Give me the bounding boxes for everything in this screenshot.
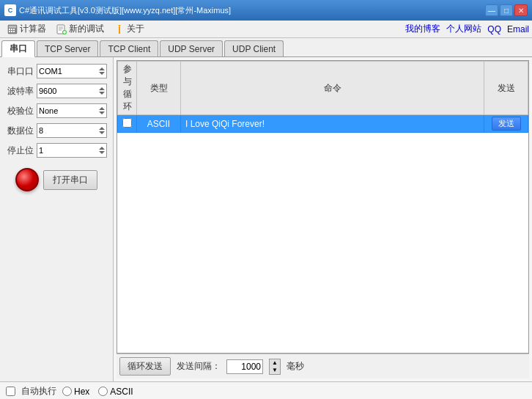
calc-icon	[7, 24, 18, 34]
port-label: 串口口	[6, 65, 34, 78]
svg-rect-2	[9, 29, 10, 30]
data-bits-label: 数据位	[6, 125, 34, 137]
svg-rect-1	[9, 26, 16, 28]
info-icon	[114, 24, 125, 34]
loop-send-button[interactable]: 循环发送	[119, 357, 171, 376]
calc-label: 计算器	[20, 23, 46, 35]
main-content: 串口口 COM1 COM2 COM3 COM4 波特率 9600 19200 3…	[0, 57, 532, 381]
new-debug-label: 新的调试	[69, 23, 104, 35]
data-bits-select[interactable]: 8 7 6	[37, 123, 107, 138]
table-row[interactable]: ASCII I Love QiQi Forever! 发送	[118, 115, 528, 133]
hex-radio[interactable]	[62, 387, 72, 396]
svg-rect-6	[11, 31, 12, 32]
blog-link[interactable]: 我的博客	[405, 23, 440, 35]
loop-checkbox-cell	[118, 115, 137, 133]
minimize-button[interactable]: —	[485, 4, 498, 16]
title-bar: C C#通讯调试工具[v3.0测试版][www.yyzq.net][常州-Max…	[0, 0, 532, 21]
qq-link[interactable]: QQ	[487, 24, 501, 34]
interval-input[interactable]	[226, 359, 263, 374]
baud-label: 波特率	[6, 85, 34, 98]
command-table-container: 参与循环 类型 命令 发送 ASCII I Love QiQi Forever!	[117, 60, 529, 354]
status-indicator[interactable]	[15, 168, 39, 191]
interval-label: 发送间隔：	[177, 360, 221, 373]
menu-new-debug[interactable]: 新的调试	[52, 21, 108, 37]
auto-exec-area: 自动执行 Hex ASCII	[0, 381, 532, 399]
send-cell: 发送	[484, 115, 528, 133]
loop-checkbox[interactable]	[122, 118, 132, 128]
data-bits-row: 数据位 8 7 6	[6, 122, 107, 139]
encoding-radio-group: Hex ASCII	[62, 387, 133, 397]
svg-rect-7	[13, 31, 15, 32]
stop-bits-label: 停止位	[6, 144, 34, 157]
col-send: 发送	[484, 62, 528, 115]
row-send-button[interactable]: 发送	[492, 117, 521, 131]
spinner-down-button[interactable]: ▼	[270, 367, 280, 374]
command-cell: I Love QiQi Forever!	[181, 115, 484, 133]
personal-link[interactable]: 个人网站	[446, 23, 481, 35]
menu-about[interactable]: 关于	[110, 21, 149, 37]
col-loop: 参与循环	[118, 62, 137, 115]
tab-tcp-server[interactable]: TCP Server	[37, 40, 98, 56]
col-type: 类型	[137, 62, 181, 115]
ascii-radio-label[interactable]: ASCII	[98, 387, 133, 397]
close-button[interactable]: ✕	[514, 4, 528, 16]
menu-left: 计算器 新的调试	[3, 21, 149, 37]
parity-row: 校验位 None Odd Even	[6, 103, 107, 119]
interval-spinner: ▲ ▼	[269, 359, 281, 375]
auto-exec-bar: 自动执行 Hex ASCII	[6, 385, 526, 398]
about-label: 关于	[127, 23, 144, 35]
open-port-area: 打开串口	[6, 168, 107, 191]
app-icon: C	[4, 4, 16, 16]
stop-bits-row: 停止位 1 2	[6, 142, 107, 158]
hex-label: Hex	[74, 387, 89, 397]
right-panel: 参与循环 类型 命令 发送 ASCII I Love QiQi Forever!	[114, 57, 532, 381]
tab-bar: 串口 TCP Server TCP Client UDP Server UDP …	[0, 38, 532, 57]
menu-right: 我的博客 个人网站 QQ Email	[405, 23, 529, 35]
auto-exec-label: 自动执行	[21, 385, 56, 398]
parity-label: 校验位	[6, 105, 34, 117]
type-cell: ASCII	[137, 115, 181, 133]
tab-tcp-client[interactable]: TCP Client	[100, 40, 158, 56]
ms-label: 毫秒	[287, 360, 304, 373]
command-table: 参与循环 类型 命令 发送 ASCII I Love QiQi Forever!	[117, 61, 528, 133]
svg-rect-3	[11, 29, 12, 30]
baud-select[interactable]: 9600 19200 38400 57600 115200	[37, 84, 107, 98]
hex-radio-label[interactable]: Hex	[62, 387, 89, 397]
port-select[interactable]: COM1 COM2 COM3 COM4	[37, 64, 107, 78]
col-command: 命令	[181, 62, 484, 115]
spinner-up-button[interactable]: ▲	[270, 359, 280, 367]
menu-calculator[interactable]: 计算器	[3, 21, 51, 37]
window-title: C#通讯调试工具[v3.0测试版][www.yyzq.net][常州-Maxim…	[19, 5, 231, 16]
auto-exec-checkbox[interactable]	[6, 387, 15, 396]
email-link[interactable]: Email	[507, 24, 529, 34]
open-port-button[interactable]: 打开串口	[43, 170, 97, 190]
menu-bar: 计算器 新的调试	[0, 21, 532, 38]
tab-serial[interactable]: 串口	[1, 40, 35, 57]
ascii-label: ASCII	[110, 387, 133, 397]
port-row: 串口口 COM1 COM2 COM3 COM4	[6, 63, 107, 79]
baud-row: 波特率 9600 19200 38400 57600 115200	[6, 83, 107, 99]
parity-select[interactable]: None Odd Even	[37, 103, 107, 118]
tab-udp-server[interactable]: UDP Server	[160, 40, 223, 56]
svg-rect-5	[9, 31, 10, 32]
left-panel: 串口口 COM1 COM2 COM3 COM4 波特率 9600 19200 3…	[0, 57, 114, 381]
tab-udp-client[interactable]: UDP Client	[224, 40, 284, 56]
svg-rect-4	[13, 29, 15, 30]
bottom-toolbar: 循环发送 发送间隔： ▲ ▼ 毫秒	[117, 354, 529, 378]
stop-bits-select[interactable]: 1 2	[37, 143, 107, 158]
ascii-radio[interactable]	[98, 387, 108, 396]
new-icon	[56, 24, 67, 34]
title-bar-left: C C#通讯调试工具[v3.0测试版][www.yyzq.net][常州-Max…	[4, 4, 231, 16]
title-controls: — □ ✕	[485, 4, 528, 16]
maximize-button[interactable]: □	[500, 4, 513, 16]
